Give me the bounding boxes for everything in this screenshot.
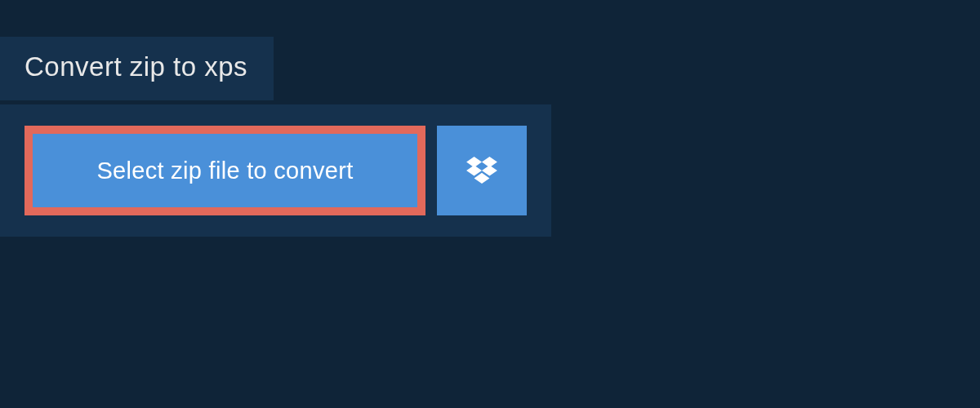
tab-convert[interactable]: Convert zip to xps xyxy=(0,37,274,100)
tab-bar: Convert zip to xps xyxy=(0,37,274,100)
dropbox-button[interactable] xyxy=(437,126,527,215)
dropbox-icon xyxy=(466,157,497,184)
select-file-button-label: Select zip file to convert xyxy=(96,157,353,184)
select-file-button[interactable]: Select zip file to convert xyxy=(24,126,425,215)
upload-panel: Select zip file to convert xyxy=(0,104,551,237)
tab-label: Convert zip to xps xyxy=(24,51,247,82)
